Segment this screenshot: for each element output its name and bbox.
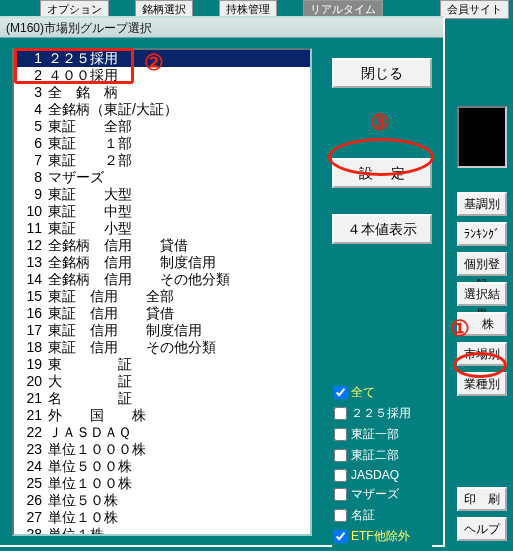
- chk-t2[interactable]: [334, 449, 347, 462]
- list-item[interactable]: 7東証 ２部: [14, 152, 310, 169]
- list-item-label: ＪＡＳＤＡＱ: [48, 424, 131, 441]
- list-item-num: 14: [20, 271, 48, 288]
- list-item-num: 27: [20, 509, 48, 526]
- chk-mothers-label: マザーズ: [351, 486, 399, 503]
- list-item-label: 全銘柄 信用 貸借: [48, 237, 188, 254]
- list-item-num: 7: [20, 152, 48, 169]
- list-item[interactable]: 21外 国 株: [14, 407, 310, 424]
- list-item[interactable]: 20大 証: [14, 373, 310, 390]
- list-item-label: 名 証: [48, 390, 132, 407]
- list-item[interactable]: 3全 銘 柄: [14, 84, 310, 101]
- chk-meisho[interactable]: [334, 509, 347, 522]
- list-item-num: 11: [20, 220, 48, 237]
- group-list[interactable]: 1２２５採用2４００採用3全 銘 柄4全銘柄（東証/大証）5東証 全部6東証 １…: [12, 48, 312, 536]
- btn-register[interactable]: 個別登録: [457, 252, 507, 276]
- list-item[interactable]: 5東証 全部: [14, 118, 310, 135]
- list-item[interactable]: 15東証 信用 全部: [14, 288, 310, 305]
- list-item-label: 東証 信用 制度信用: [48, 322, 202, 339]
- list-item-label: 東証 ２部: [48, 152, 132, 169]
- list-item[interactable]: 9東証 大型: [14, 186, 310, 203]
- btn-print[interactable]: 印 刷: [457, 487, 507, 511]
- btn-kijun[interactable]: 基調別: [457, 192, 507, 216]
- list-item-num: 1: [20, 50, 48, 67]
- list-item-num: 5: [20, 118, 48, 135]
- list-item-label: ４００採用: [48, 67, 118, 84]
- list-item-num: 28: [20, 526, 48, 536]
- tab-realtime[interactable]: リアルタイム: [303, 0, 383, 16]
- tab-holdings[interactable]: 持株管理: [219, 0, 277, 16]
- chk-t1-label: 東証一部: [351, 426, 399, 443]
- list-item-num: 9: [20, 186, 48, 203]
- btn-result[interactable]: 選択結果: [457, 282, 507, 306]
- list-item[interactable]: 24単位５００株: [14, 458, 310, 475]
- modal-market-select: (M160)市場別グループ選択 1２２５採用2４００採用3全 銘 柄4全銘柄（東…: [0, 16, 445, 547]
- list-item-label: 東証 大型: [48, 186, 132, 203]
- preview-box: [457, 106, 507, 168]
- list-item[interactable]: 1２２５採用: [14, 50, 310, 67]
- list-item[interactable]: 22ＪＡＳＤＡＱ: [14, 424, 310, 441]
- list-item-num: 21: [20, 390, 48, 407]
- chk-jasdaq-label: JASDAQ: [351, 468, 399, 482]
- list-item[interactable]: 13全銘柄 信用 制度信用: [14, 254, 310, 271]
- list-item[interactable]: 11東証 小型: [14, 220, 310, 237]
- tab-option[interactable]: オプション: [40, 0, 109, 16]
- btn-help[interactable]: ヘルプ: [457, 517, 507, 541]
- chk-t2-label: 東証二部: [351, 447, 399, 464]
- btn-market[interactable]: 市場別: [457, 342, 507, 366]
- list-item-num: 19: [20, 356, 48, 373]
- list-item[interactable]: 23単位１０００株: [14, 441, 310, 458]
- list-item-label: マザーズ: [48, 169, 104, 186]
- chk-mothers[interactable]: [334, 488, 347, 501]
- btn-ranking[interactable]: ﾗﾝｷﾝｸﾞ: [457, 222, 507, 246]
- list-item-num: 6: [20, 135, 48, 152]
- list-item-label: 全銘柄 信用 その他分類: [48, 271, 230, 288]
- list-item[interactable]: 12全銘柄 信用 貸借: [14, 237, 310, 254]
- list-item-num: 10: [20, 203, 48, 220]
- list-item[interactable]: 21名 証: [14, 390, 310, 407]
- list-item-label: 全 銘 柄: [48, 84, 118, 101]
- list-item[interactable]: 14全銘柄 信用 その他分類: [14, 271, 310, 288]
- list-item-label: 東証 信用 その他分類: [48, 339, 216, 356]
- list-item-num: 23: [20, 441, 48, 458]
- list-item-label: 単位５００株: [48, 458, 132, 475]
- list-item-label: 単位１００株: [48, 475, 132, 492]
- list-item-num: 17: [20, 322, 48, 339]
- btn-stock[interactable]: 株: [457, 312, 507, 336]
- list-item-label: 東証 信用 貸借: [48, 305, 174, 322]
- list-item-num: 13: [20, 254, 48, 271]
- list-item[interactable]: 28単位１株: [14, 526, 310, 536]
- list-item-num: 24: [20, 458, 48, 475]
- chk-all[interactable]: [334, 386, 347, 399]
- list-item-label: 大 証: [48, 373, 132, 390]
- list-item-num: 21: [20, 407, 48, 424]
- list-item[interactable]: 27単位１０株: [14, 509, 310, 526]
- list-item[interactable]: 26単位５０株: [14, 492, 310, 509]
- list-item[interactable]: 2４００採用: [14, 67, 310, 84]
- list-item[interactable]: 19東 証: [14, 356, 310, 373]
- four-value-button[interactable]: ４本値表示: [332, 214, 432, 244]
- list-item[interactable]: 25単位１００株: [14, 475, 310, 492]
- set-button[interactable]: 設 定: [332, 158, 432, 188]
- list-item-label: 全銘柄 信用 制度信用: [48, 254, 216, 271]
- list-item[interactable]: 4全銘柄（東証/大証）: [14, 101, 310, 118]
- chk-etf[interactable]: [334, 530, 347, 543]
- chk-t1[interactable]: [334, 428, 347, 441]
- close-button[interactable]: 閉じる: [332, 58, 432, 88]
- chk-jasdaq[interactable]: [334, 469, 347, 482]
- tab-select[interactable]: 銘柄選択: [135, 0, 193, 16]
- list-item[interactable]: 17東証 信用 制度信用: [14, 322, 310, 339]
- list-item-num: 8: [20, 169, 48, 186]
- list-item[interactable]: 16東証 信用 貸借: [14, 305, 310, 322]
- list-item-label: 東証 全部: [48, 118, 132, 135]
- list-item-label: ２２５採用: [48, 50, 118, 67]
- list-item[interactable]: 18東証 信用 その他分類: [14, 339, 310, 356]
- list-item-num: 12: [20, 237, 48, 254]
- list-item[interactable]: 10東証 中型: [14, 203, 310, 220]
- list-item-label: 東証 中型: [48, 203, 132, 220]
- list-item-num: 20: [20, 373, 48, 390]
- list-item[interactable]: 6東証 １部: [14, 135, 310, 152]
- member-link[interactable]: 会員サイト: [440, 0, 509, 19]
- chk-225[interactable]: [334, 407, 347, 420]
- btn-industry[interactable]: 業種別: [457, 372, 507, 396]
- list-item[interactable]: 8マザーズ: [14, 169, 310, 186]
